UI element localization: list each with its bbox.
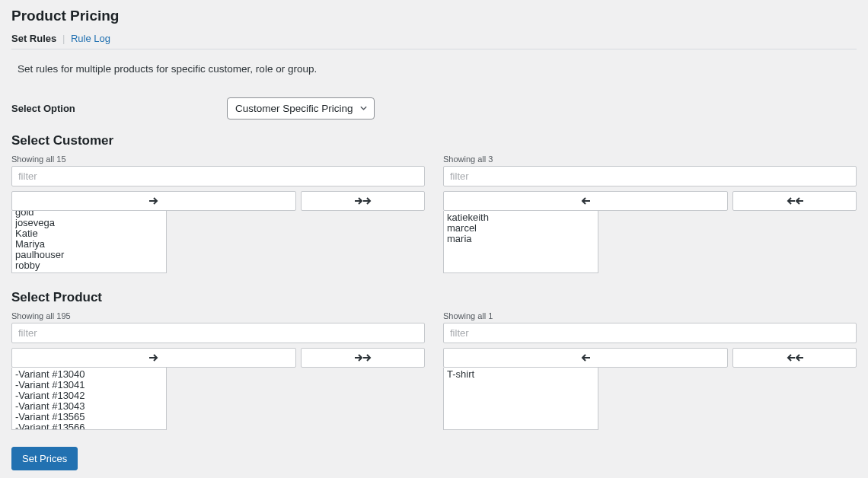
option-row: Select Option Customer Specific Pricing (11, 97, 857, 120)
list-item[interactable]: -Variant #13565 (15, 412, 163, 422)
list-item[interactable]: -Variant #13566 (15, 422, 163, 430)
option-label: Select Option (11, 103, 227, 114)
customer-dual-list: Showing all 15 (11, 155, 857, 273)
list-item[interactable]: -Variant #13040 (15, 369, 163, 380)
product-right-filter-input[interactable] (443, 323, 857, 343)
customer-right-listbox[interactable]: katiekeith marcel maria (443, 211, 598, 273)
product-left-counter: Showing all 195 (11, 311, 425, 320)
customer-left-filter-input[interactable] (11, 166, 425, 186)
product-left-filter-input[interactable] (11, 323, 425, 343)
list-item[interactable]: Katie (15, 228, 163, 239)
option-select[interactable]: Customer Specific Pricing (227, 97, 375, 120)
product-left-listbox[interactable]: -Variant #13040 -Variant #13041 -Variant… (11, 368, 167, 430)
move-left-all-button[interactable] (732, 348, 857, 368)
option-select-value: Customer Specific Pricing (235, 103, 353, 114)
list-item[interactable]: Mariya (15, 239, 163, 250)
list-item[interactable]: marcel (447, 223, 595, 234)
list-item[interactable]: katiekeith (447, 212, 595, 223)
tab-rule-log[interactable]: Rule Log (71, 33, 110, 44)
list-item[interactable]: -Variant #13041 (15, 380, 163, 390)
product-section-title: Select Product (11, 290, 857, 305)
move-left-all-button[interactable] (732, 191, 857, 211)
customer-right-side: Showing all 3 k (443, 155, 857, 273)
product-right-counter: Showing all 1 (443, 311, 857, 320)
intro-text: Set rules for multiple products for spec… (18, 63, 857, 75)
page-title: Product Pricing (11, 8, 857, 24)
product-left-side: Showing all 195 (11, 311, 425, 430)
customer-left-side: Showing all 15 (11, 155, 425, 273)
set-prices-button[interactable]: Set Prices (11, 447, 78, 470)
arrow-right-all-icon (355, 197, 372, 205)
customer-right-btn-row (443, 191, 857, 211)
list-item[interactable]: -Variant #13042 (15, 390, 163, 401)
move-right-button[interactable] (11, 348, 296, 368)
product-left-btn-row (11, 348, 425, 368)
arrow-left-icon (581, 197, 590, 205)
move-right-button[interactable] (11, 191, 296, 211)
tabs-bar: Set Rules | Rule Log (11, 33, 857, 49)
move-left-button[interactable] (443, 191, 728, 211)
list-item[interactable]: gold (15, 211, 163, 218)
arrow-right-icon (149, 354, 158, 362)
list-item[interactable]: josevega (15, 218, 163, 228)
arrow-left-all-icon (787, 197, 803, 205)
product-right-side: Showing all 1 T (443, 311, 857, 430)
arrow-left-icon (581, 354, 590, 362)
product-right-listbox[interactable]: T-shirt (443, 368, 598, 430)
move-right-all-button[interactable] (301, 191, 425, 211)
tab-set-rules[interactable]: Set Rules (11, 33, 56, 44)
chevron-down-icon (359, 103, 368, 114)
list-item[interactable]: -Variant #13043 (15, 401, 163, 412)
customer-section-title: Select Customer (11, 133, 857, 148)
arrow-right-icon (149, 197, 158, 205)
product-right-btn-row (443, 348, 857, 368)
product-dual-list: Showing all 195 (11, 311, 857, 430)
list-item[interactable]: maria (447, 234, 595, 244)
tab-separator: | (62, 33, 65, 44)
arrow-left-all-icon (787, 354, 803, 362)
arrow-right-all-icon (355, 354, 372, 362)
move-left-button[interactable] (443, 348, 728, 368)
list-item[interactable]: paulhouser (15, 250, 163, 260)
customer-right-counter: Showing all 3 (443, 155, 857, 164)
list-item[interactable]: T-shirt (447, 369, 595, 380)
customer-left-btn-row (11, 191, 425, 211)
move-right-all-button[interactable] (301, 348, 425, 368)
customer-left-counter: Showing all 15 (11, 155, 425, 164)
customer-right-filter-input[interactable] (443, 166, 857, 186)
customer-left-listbox[interactable]: gold josevega Katie Mariya paulhouser ro… (11, 211, 167, 273)
list-item[interactable]: robby (15, 260, 163, 271)
